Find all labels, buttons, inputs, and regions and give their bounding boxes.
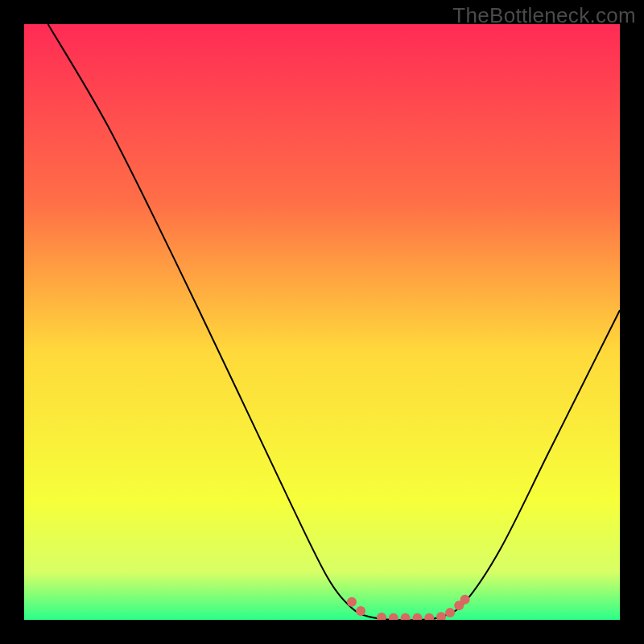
marker-point	[445, 608, 455, 617]
marker-point	[356, 606, 365, 616]
bottleneck-chart	[24, 24, 620, 620]
chart-frame: TheBottleneck.com	[0, 0, 644, 644]
marker-point	[460, 595, 470, 605]
marker-point	[347, 597, 357, 607]
plot-background	[24, 24, 620, 620]
chart-svg	[24, 24, 620, 620]
